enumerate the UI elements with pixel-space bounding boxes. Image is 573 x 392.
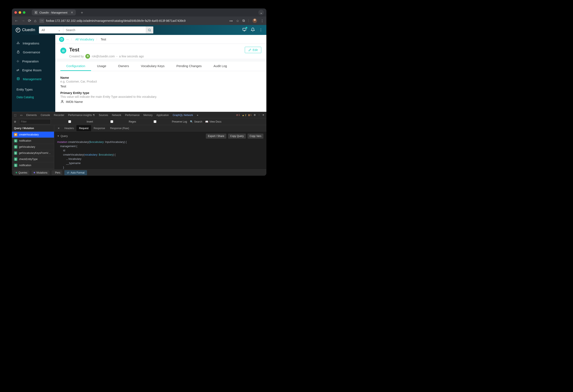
- chip-mutations[interactable]: Mutations: [32, 170, 50, 175]
- edit-button[interactable]: Edit: [245, 47, 261, 53]
- extensions-icon[interactable]: ⧉: [242, 19, 245, 23]
- device-icon[interactable]: ▭: [20, 114, 22, 117]
- subtab-headers[interactable]: Headers: [62, 125, 76, 131]
- bookmark-icon[interactable]: ☆: [236, 19, 239, 23]
- breadcrumb-dots[interactable]: ···: [66, 38, 69, 41]
- back-button[interactable]: ←: [14, 19, 18, 23]
- devtab-sources[interactable]: Sources: [99, 114, 108, 117]
- sidebar-item-integrations[interactable]: ⁂ Integrations: [12, 39, 55, 48]
- close-tab-icon[interactable]: ✕: [71, 11, 73, 14]
- password-icon[interactable]: ⊶: [229, 19, 233, 23]
- browser-tab[interactable]: C CluedIn - Management ✕: [32, 10, 76, 16]
- query-list: Query / Mutation McreateVocabulary Qnoti…: [12, 125, 54, 169]
- minimize-window-button[interactable]: [19, 11, 21, 14]
- sidebar-item-management[interactable]: Management: [12, 74, 55, 84]
- copy-query-button[interactable]: Copy Query: [228, 134, 246, 139]
- devtab-console[interactable]: Console: [41, 114, 50, 117]
- subtab-response-raw[interactable]: Response (Raw): [107, 125, 131, 131]
- settings-icon[interactable]: ⚙: [254, 114, 256, 116]
- warning-count[interactable]: ▲ 2: [242, 114, 246, 116]
- search-icon: [148, 28, 151, 32]
- sidebar-item-preparation[interactable]: ⊹ Preparation: [12, 57, 55, 66]
- list-item[interactable]: Qnotification: [12, 162, 54, 169]
- clear-icon[interactable]: ⊘: [14, 120, 16, 123]
- query-badge: Q: [14, 139, 17, 142]
- info-count[interactable]: ▮ 1: [248, 114, 251, 116]
- sidebar-item-governance[interactable]: Governance: [12, 48, 55, 57]
- tab-audit-log[interactable]: Audit Log: [208, 62, 233, 71]
- svg-rect-2: [243, 28, 246, 30]
- search-link[interactable]: 🔍 Search: [190, 120, 202, 123]
- list-item[interactable]: McreateVocabulary: [12, 132, 54, 138]
- sidebar-sub-data-catalog[interactable]: Data Catalog: [12, 93, 55, 101]
- lock-icon: [17, 50, 20, 54]
- subtab-response[interactable]: Response: [91, 125, 107, 131]
- list-item[interactable]: QgetVocabularyKeysFromVocab: [12, 150, 54, 156]
- invert-checkbox[interactable]: Invert: [54, 120, 93, 123]
- chip-queries[interactable]: Queries: [14, 170, 29, 175]
- subtab-request[interactable]: Request: [76, 125, 91, 131]
- more-tabs-icon[interactable]: »: [197, 114, 198, 117]
- monitor-icon[interactable]: [242, 28, 247, 33]
- list-item[interactable]: QgetVocabulary: [12, 144, 54, 150]
- devtab-application[interactable]: Application: [157, 114, 169, 117]
- code-block[interactable]: mutation createVocabulary($vocabulary: I…: [57, 140, 263, 169]
- sidebar-item-label: Management: [23, 77, 41, 81]
- preserve-log-checkbox[interactable]: Preserve Log: [139, 120, 187, 123]
- site-info-icon[interactable]: ◦¬: [39, 19, 44, 23]
- chip-pers[interactable]: Pers: [52, 170, 62, 175]
- breadcrumb-link[interactable]: All Vocabulary: [75, 38, 94, 41]
- reload-button[interactable]: ⟳: [28, 18, 31, 23]
- tab-pending-changes[interactable]: Pending Changes: [170, 62, 208, 71]
- app-logo[interactable]: CluedIn: [16, 28, 35, 32]
- export-share-button[interactable]: Export / Share: [206, 134, 226, 139]
- home-button[interactable]: ⌂: [34, 19, 36, 23]
- view-docs-link[interactable]: 📖 View Docs: [205, 120, 221, 123]
- devtab-recorder[interactable]: Recorder: [54, 114, 64, 117]
- devtools-menu-icon[interactable]: ⋮: [258, 114, 260, 116]
- tab-owners[interactable]: Owners: [112, 62, 135, 71]
- close-detail-icon[interactable]: ✕: [55, 127, 62, 130]
- sidebar-sub-entity-types[interactable]: Entity Types: [12, 86, 55, 93]
- list-item[interactable]: QcheckEntityType: [12, 156, 54, 162]
- devtools-close-icon[interactable]: ✕: [262, 114, 264, 116]
- browser-menu-icon[interactable]: ⋮: [260, 19, 264, 23]
- new-tab-button[interactable]: ＋: [80, 10, 84, 15]
- tab-usage[interactable]: Usage: [91, 62, 112, 71]
- copy-vars-button[interactable]: Copy Vars: [248, 134, 263, 139]
- maximize-window-button[interactable]: [23, 11, 25, 14]
- forward-button[interactable]: →: [21, 19, 25, 23]
- devtab-elements[interactable]: Elements: [26, 114, 37, 117]
- devtab-network[interactable]: Network: [112, 114, 121, 117]
- person-icon: [60, 100, 64, 103]
- devtab-memory[interactable]: Memory: [143, 114, 152, 117]
- list-item[interactable]: Qnotification: [12, 138, 54, 144]
- search-input[interactable]: [63, 26, 146, 34]
- devtools-body: Query / Mutation McreateVocabulary Qnoti…: [12, 125, 266, 169]
- inspect-icon[interactable]: ⬚: [14, 114, 16, 117]
- url-field[interactable]: ◦¬ foobar.172.167.52.102.sslip.io/admin/…: [39, 19, 226, 23]
- devtab-performance[interactable]: Performance: [125, 114, 140, 117]
- tab-configuration[interactable]: Configuration: [60, 62, 91, 71]
- tab-title: CluedIn - Management: [39, 11, 67, 14]
- profile-avatar[interactable]: [252, 18, 257, 23]
- window-menu-button[interactable]: ⌄: [258, 10, 264, 15]
- filter-input[interactable]: [19, 119, 51, 124]
- query-list-header: Query / Mutation: [12, 125, 54, 132]
- devtab-graphql-network[interactable]: GraphQL Network: [173, 114, 193, 117]
- search-button[interactable]: [146, 26, 153, 34]
- sidebar-item-engine-room[interactable]: ⇄ Engine Room: [12, 66, 55, 74]
- regex-checkbox[interactable]: Regex: [96, 120, 136, 123]
- integrations-icon: ⁂: [17, 41, 20, 45]
- chevron-right-icon: 〉: [96, 38, 98, 41]
- collapse-icon[interactable]: ▼: [57, 135, 59, 138]
- search-scope-dropdown[interactable]: All ⌄: [39, 26, 63, 34]
- auto-format-button[interactable]: ‹/› Auto Format: [64, 170, 87, 175]
- devtab-perf-insights[interactable]: Performance insights ⚗: [68, 114, 95, 117]
- tab-vocabulary-keys[interactable]: Vocabulary Keys: [135, 62, 170, 71]
- error-count[interactable]: ⊘ 1: [236, 114, 240, 116]
- svg-point-7: [61, 38, 62, 39]
- close-window-button[interactable]: [14, 11, 17, 14]
- app-menu-icon[interactable]: ⋮: [259, 28, 263, 32]
- notifications-icon[interactable]: [251, 28, 255, 33]
